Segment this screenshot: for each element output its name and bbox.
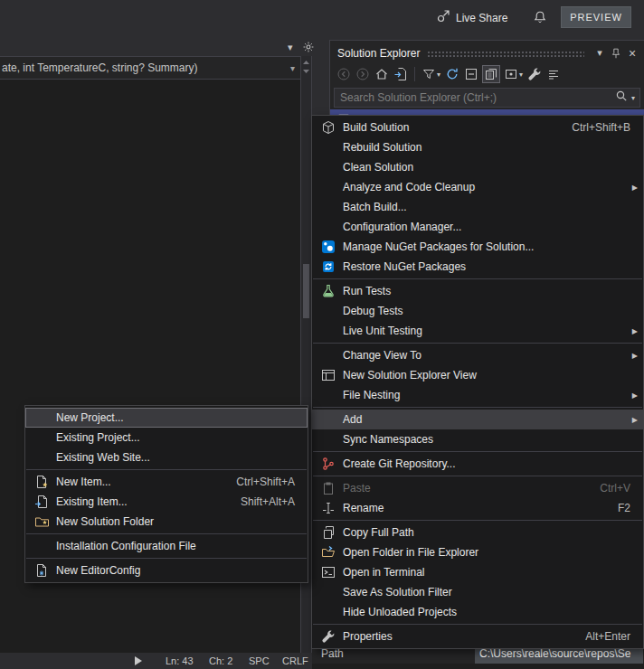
menu-item-sync-namespaces[interactable]: Sync Namespaces [312, 429, 643, 449]
menu-item-label: Debug Tests [343, 305, 403, 317]
pin-icon[interactable] [608, 45, 624, 61]
chevron-down-icon[interactable]: ▾ [437, 71, 440, 79]
menu-item-debug-tests[interactable]: Debug Tests [312, 301, 643, 321]
chevron-down-icon[interactable]: ▾ [631, 94, 635, 102]
refresh-icon[interactable] [444, 65, 460, 83]
menu-item-analyze-and-code-cleanup[interactable]: Analyze and Code Cleanup▶ [312, 177, 643, 197]
menu-item-rebuild-solution[interactable]: Rebuild Solution [312, 137, 643, 157]
preview-items-icon[interactable]: ▾ [503, 65, 524, 83]
menu-item-file-nesting[interactable]: File Nesting▶ [312, 385, 643, 405]
chevron-down-icon[interactable]: ▾ [290, 63, 295, 73]
menu-item-existing-item[interactable]: Existing Item...Shift+Alt+A [25, 492, 308, 512]
icon-placeholder [33, 430, 51, 445]
close-icon[interactable]: × [624, 45, 640, 61]
menu-item-open-folder-in-file-explorer[interactable]: Open Folder in File Explorer [312, 542, 643, 562]
properties-pages-icon[interactable] [545, 65, 562, 83]
preview-button[interactable]: PREVIEW [561, 6, 631, 28]
menu-item-label: Add [343, 413, 362, 426]
build-icon [319, 120, 337, 135]
menu-item-label: Run Tests [343, 285, 391, 297]
menu-item-open-in-terminal[interactable]: Open in Terminal [312, 562, 643, 582]
terminal-icon [319, 565, 337, 579]
copy-icon [319, 525, 337, 540]
menu-item-manage-nuget-packages-for-solution[interactable]: Manage NuGet Packages for Solution... [312, 237, 643, 257]
line-ending-indicator[interactable]: CRLF [282, 655, 308, 666]
menu-item-new-item[interactable]: New Item...Ctrl+Shift+A [25, 472, 308, 492]
gear-icon[interactable] [302, 41, 317, 55]
menu-item-build-solution[interactable]: Build SolutionCtrl+Shift+B [312, 118, 643, 137]
menu-item-run-tests[interactable]: Run Tests [312, 281, 643, 301]
menu-item-new-solution-explorer-view[interactable]: New Solution Explorer View [312, 365, 643, 385]
feedback-icon[interactable] [532, 9, 548, 25]
play-icon[interactable] [134, 655, 143, 668]
menu-item-label: New Solution Explorer View [343, 369, 477, 382]
menu-item-label: Change View To [343, 349, 421, 362]
submenu-arrow-icon: ▶ [632, 352, 638, 360]
menu-item-hide-unloaded-projects[interactable]: Hide Unloaded Projects [312, 602, 643, 622]
menu-item-label: File Nesting [343, 389, 400, 401]
submenu-arrow-icon: ▶ [632, 327, 638, 335]
menu-item-change-view-to[interactable]: Change View To▶ [312, 345, 643, 365]
new-item-icon [33, 475, 51, 489]
menu-item-clean-solution[interactable]: Clean Solution [312, 157, 643, 177]
menu-separator [26, 469, 307, 470]
menu-item-installation-configuration-file[interactable]: Installation Configuration File [25, 536, 308, 556]
icon-placeholder [319, 200, 337, 214]
menu-item-restore-nuget-packages[interactable]: Restore NuGet Packages [312, 257, 643, 277]
member-dropdown[interactable]: ate, int TemperatureC, string? Summary) [2, 61, 198, 74]
menu-item-existing-project[interactable]: Existing Project... [25, 428, 308, 448]
sync-active-document-icon[interactable] [393, 65, 409, 83]
drag-grip[interactable] [427, 51, 584, 57]
menu-separator [313, 407, 642, 408]
git-icon [319, 457, 337, 471]
menu-item-new-editorconfig[interactable]: New EditorConfig [25, 561, 308, 580]
editor-navigation-bar: ate, int TemperatureC, string? Summary) … [0, 56, 300, 80]
menu-item-batch-build[interactable]: Batch Build... [312, 197, 643, 217]
icon-placeholder [319, 220, 337, 234]
menu-item-label: Configuration Manager... [343, 221, 461, 233]
line-indicator[interactable]: Ln: 43 [166, 655, 194, 666]
menu-item-existing-web-site[interactable]: Existing Web Site... [25, 448, 308, 467]
menu-item-live-unit-testing[interactable]: Live Unit Testing▶ [312, 321, 643, 341]
menu-item-add[interactable]: Add▶ [312, 410, 643, 429]
menu-item-shortcut: Shift+Alt+A [213, 495, 295, 508]
back-icon[interactable] [336, 65, 352, 83]
search-icon[interactable] [615, 90, 628, 106]
chevron-down-icon[interactable]: ▾ [519, 71, 523, 79]
forward-icon[interactable] [355, 65, 371, 83]
menu-item-label: New EditorConfig [56, 564, 140, 577]
filter-icon[interactable]: ▾ [421, 65, 441, 83]
live-share-button[interactable]: Live Share [436, 9, 507, 26]
scrollbar-thumb[interactable] [303, 264, 309, 318]
search-input[interactable] [340, 91, 611, 104]
show-all-files-icon[interactable] [482, 65, 500, 83]
nuget-restore-icon [319, 259, 337, 274]
menu-item-label: Open Folder in File Explorer [343, 546, 478, 559]
chevron-down-icon[interactable]: ▾ [592, 45, 608, 61]
menu-item-configuration-manager[interactable]: Configuration Manager... [312, 217, 643, 237]
menu-item-label: Existing Item... [56, 495, 128, 508]
menu-item-label: Installation Configuration File [56, 540, 196, 552]
menu-item-label: Open in Terminal [343, 566, 425, 579]
menu-item-create-git-repository[interactable]: Create Git Repository... [312, 454, 643, 474]
home-icon[interactable] [374, 65, 390, 83]
menu-item-copy-full-path[interactable]: Copy Full Path [312, 523, 643, 542]
search-box[interactable]: ▾ [334, 88, 640, 108]
menu-item-label: New Solution Folder [56, 515, 154, 528]
column-indicator[interactable]: Ch: 2 [209, 655, 232, 666]
spaces-indicator[interactable]: SPC [249, 655, 270, 666]
collapse-all-icon[interactable] [463, 65, 479, 83]
menu-item-label: Save As Solution Filter [343, 586, 452, 598]
menu-item-new-solution-folder[interactable]: New Solution Folder [25, 512, 308, 532]
property-name[interactable]: Path [321, 647, 344, 660]
rename-icon [319, 501, 337, 515]
menu-item-new-project[interactable]: New Project... [25, 408, 308, 428]
wrench-icon[interactable] [526, 65, 543, 83]
split-handle-icon[interactable] [302, 60, 310, 78]
icon-placeholder [319, 605, 337, 619]
menu-item-properties[interactable]: PropertiesAlt+Enter [312, 627, 643, 646]
icon-placeholder [319, 348, 337, 363]
menu-item-save-as-solution-filter[interactable]: Save As Solution Filter [312, 582, 643, 602]
menu-item-rename[interactable]: RenameF2 [312, 498, 643, 518]
chevron-down-icon[interactable]: ▾ [288, 42, 293, 53]
